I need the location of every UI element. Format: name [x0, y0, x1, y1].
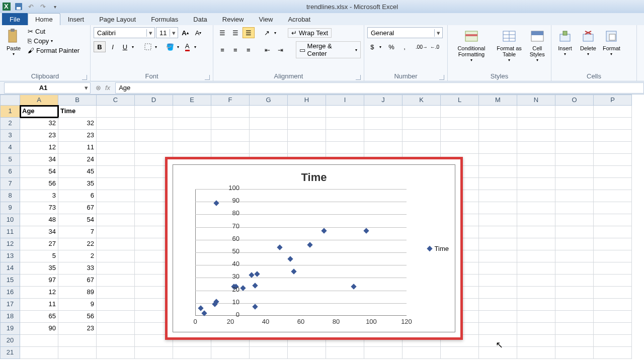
cell[interactable]: [250, 347, 288, 359]
column-header[interactable]: H: [288, 95, 326, 106]
cell[interactable]: 22: [58, 238, 97, 250]
cell[interactable]: [173, 118, 211, 130]
cell[interactable]: [517, 178, 555, 190]
cell[interactable]: 54: [20, 166, 58, 178]
cell[interactable]: [594, 238, 632, 250]
row-header[interactable]: 4: [0, 142, 20, 154]
column-header[interactable]: P: [594, 95, 632, 106]
row-header[interactable]: 9: [0, 202, 20, 214]
cell[interactable]: [555, 311, 594, 323]
save-icon[interactable]: [14, 2, 23, 11]
cell[interactable]: [517, 106, 555, 118]
cell[interactable]: [326, 347, 364, 359]
cell[interactable]: [555, 323, 594, 335]
cell[interactable]: [97, 311, 135, 323]
cell[interactable]: [479, 238, 517, 250]
cell[interactable]: [594, 130, 632, 142]
accounting-button[interactable]: $▾: [367, 41, 384, 52]
cell[interactable]: [97, 166, 135, 178]
cell[interactable]: [479, 106, 517, 118]
data-point[interactable]: [321, 228, 327, 233]
row-header[interactable]: 12: [0, 238, 20, 250]
cell[interactable]: [20, 335, 58, 347]
cell[interactable]: [594, 299, 632, 311]
chart-title[interactable]: Time: [177, 171, 451, 184]
border-button[interactable]: ▾: [142, 41, 159, 52]
cell[interactable]: [97, 335, 135, 347]
row-header[interactable]: 6: [0, 166, 20, 178]
conditional-formatting-button[interactable]: Conditional Formatting▾: [451, 27, 492, 64]
cell[interactable]: [441, 106, 479, 118]
tab-view[interactable]: View: [251, 13, 280, 25]
cell[interactable]: [594, 323, 632, 335]
cell[interactable]: 23: [58, 130, 97, 142]
font-size-combo[interactable]: 11▾: [156, 27, 178, 38]
cell[interactable]: [97, 142, 135, 154]
middle-align-button[interactable]: ☰: [229, 27, 242, 38]
font-color-button[interactable]: A▾: [182, 41, 199, 52]
cell[interactable]: [479, 323, 517, 335]
orientation-button[interactable]: ↗▾: [262, 27, 279, 38]
cell[interactable]: [479, 262, 517, 275]
cell[interactable]: [135, 118, 173, 130]
grow-font-button[interactable]: A▴: [179, 27, 191, 38]
cell[interactable]: [555, 178, 594, 190]
font-launcher[interactable]: [205, 75, 210, 80]
top-align-button[interactable]: ☰: [216, 27, 228, 38]
cell[interactable]: [479, 142, 517, 154]
data-point[interactable]: [363, 228, 369, 233]
cell[interactable]: [594, 190, 632, 202]
row-header[interactable]: 3: [0, 130, 20, 142]
tab-formulas[interactable]: Formulas: [143, 13, 186, 25]
percent-button[interactable]: %: [385, 41, 397, 52]
row-header[interactable]: 19: [0, 323, 20, 335]
cell[interactable]: [555, 287, 594, 299]
cell[interactable]: [97, 106, 135, 118]
cell[interactable]: [403, 118, 441, 130]
cell[interactable]: [594, 154, 632, 166]
cell[interactable]: [594, 262, 632, 275]
select-all-corner[interactable]: [0, 95, 20, 106]
cell[interactable]: [97, 238, 135, 250]
cell[interactable]: [594, 226, 632, 238]
cell[interactable]: [517, 130, 555, 142]
cell[interactable]: [594, 118, 632, 130]
cell[interactable]: [555, 106, 594, 118]
cell[interactable]: 97: [20, 275, 58, 287]
data-point[interactable]: [213, 200, 219, 206]
undo-icon[interactable]: ↶: [26, 2, 35, 11]
cell[interactable]: [250, 106, 288, 118]
chart-object[interactable]: Time 0102030405060708090100 020406080100…: [165, 157, 463, 340]
data-point[interactable]: [252, 304, 258, 310]
cell[interactable]: [479, 154, 517, 166]
column-header[interactable]: C: [97, 95, 135, 106]
cell[interactable]: [364, 142, 403, 154]
cell[interactable]: [594, 178, 632, 190]
column-header[interactable]: F: [211, 95, 250, 106]
cell[interactable]: [517, 275, 555, 287]
cell[interactable]: 6: [58, 190, 97, 202]
row-header[interactable]: 10: [0, 214, 20, 226]
paste-button[interactable]: Paste▾: [3, 27, 24, 58]
cell[interactable]: [517, 166, 555, 178]
number-launcher[interactable]: [439, 75, 444, 80]
cell[interactable]: 33: [58, 262, 97, 275]
column-header[interactable]: I: [326, 95, 364, 106]
cell[interactable]: 65: [20, 311, 58, 323]
cell[interactable]: [479, 226, 517, 238]
cell[interactable]: [555, 299, 594, 311]
tab-data[interactable]: Data: [186, 13, 214, 25]
cell[interactable]: [517, 214, 555, 226]
cell[interactable]: 5: [20, 250, 58, 262]
cell[interactable]: 90: [20, 323, 58, 335]
bold-button[interactable]: B: [94, 41, 106, 52]
data-point[interactable]: [307, 242, 312, 247]
cell[interactable]: [135, 130, 173, 142]
cell[interactable]: [288, 142, 326, 154]
cell[interactable]: [135, 106, 173, 118]
cell[interactable]: [479, 275, 517, 287]
cell[interactable]: 7: [58, 226, 97, 238]
cell[interactable]: [517, 154, 555, 166]
cell[interactable]: [97, 250, 135, 262]
cell[interactable]: [326, 130, 364, 142]
